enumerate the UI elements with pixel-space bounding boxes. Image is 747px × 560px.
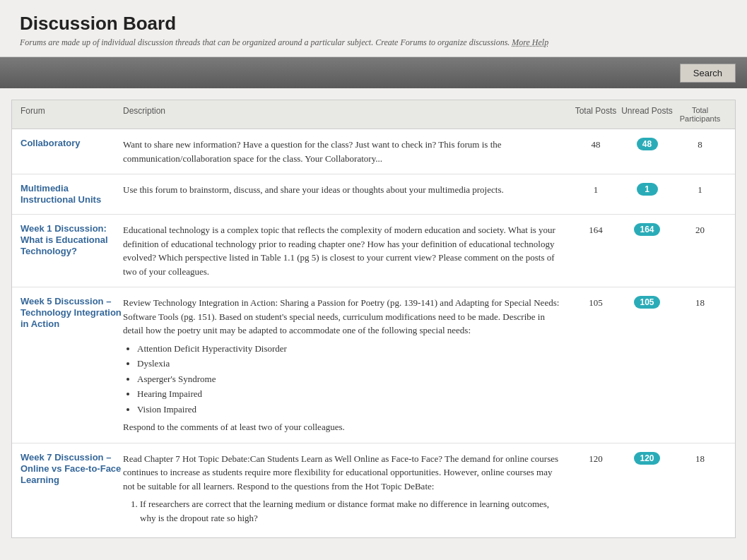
table-row: Multimedia Instructional Units Use this …: [12, 174, 735, 215]
participants-collaboratory: 8: [674, 138, 727, 150]
unread-badge-multimedia: 1: [637, 183, 658, 196]
forum-desc-week7-intro: Read Chapter 7 Hot Topic Debate:Can Stud…: [123, 453, 558, 492]
forum-desc-multimedia: Use this forum to brainstorm, discuss, a…: [123, 183, 571, 197]
list-item: Attention Deficit Hyperactivity Disorder: [137, 342, 565, 356]
unread-posts-week1: 164: [620, 223, 674, 236]
col-header-description: Description: [123, 106, 571, 123]
toolbar: Search: [0, 57, 747, 88]
participants-multimedia: 1: [674, 183, 727, 196]
page-title: Discussion Board: [20, 13, 727, 35]
forum-name-week7[interactable]: Week 7 Discussion – Online vs Face-to-Fa…: [20, 452, 121, 485]
unread-posts-collaboratory: 48: [620, 138, 674, 150]
participants-week7: 18: [674, 452, 727, 465]
page-header: Discussion Board Forums are made up of i…: [0, 0, 747, 57]
table-row: Collaboratory Want to share new informat…: [12, 129, 735, 174]
list-item: Hearing Impaired: [137, 387, 565, 401]
forum-desc-week5-list: Attention Deficit Hyperactivity Disorder…: [137, 342, 565, 417]
unread-posts-week7: 120: [620, 452, 674, 465]
total-posts-multimedia: 1: [571, 183, 620, 196]
list-item: Vision Impaired: [137, 403, 565, 417]
total-posts-collaboratory: 48: [571, 138, 620, 150]
forum-name-week5[interactable]: Week 5 Discussion – Technology Integrati…: [20, 296, 122, 329]
forum-name-collaboratory[interactable]: Collaboratory: [20, 138, 81, 148]
table-row: Week 7 Discussion – Online vs Face-to-Fa…: [12, 443, 735, 538]
unread-posts-multimedia: 1: [620, 183, 674, 196]
total-posts-week7: 120: [571, 452, 620, 465]
forum-desc-week5: Review Technology Integration in Action:…: [123, 296, 571, 434]
participants-week1: 20: [674, 223, 727, 236]
list-item: Dyslexia: [137, 357, 565, 371]
col-header-total-posts: Total Posts: [571, 106, 620, 123]
forum-name-multimedia[interactable]: Multimedia Instructional Units: [20, 183, 101, 205]
table-row: Week 5 Discussion – Technology Integrati…: [12, 287, 735, 443]
forum-desc-week5-outro: Respond to the comments of at least two …: [123, 422, 345, 432]
forum-desc-week5-intro: Review Technology Integration in Action:…: [123, 297, 559, 335]
forum-name-week1[interactable]: Week 1 Discussion: What is Educational T…: [20, 223, 108, 256]
total-posts-week1: 164: [571, 223, 620, 236]
col-header-forum: Forum: [20, 106, 123, 123]
page-subtitle: Forums are made up of individual discuss…: [20, 37, 727, 48]
col-header-unread-posts: Unread Posts: [620, 106, 674, 123]
list-item: If researchers are correct that the lear…: [140, 497, 565, 525]
unread-badge-week7: 120: [634, 452, 659, 465]
forum-desc-collaboratory: Want to share new information? Have a qu…: [123, 138, 571, 165]
unread-badge-collaboratory: 48: [637, 138, 658, 150]
more-help-link[interactable]: More Help: [512, 37, 548, 47]
search-button[interactable]: Search: [680, 64, 736, 83]
list-item: Asperger's Syndrome: [137, 372, 565, 386]
table-row: Week 1 Discussion: What is Educational T…: [12, 215, 735, 287]
unread-badge-week1: 164: [634, 223, 659, 236]
content-area: Forum Description Total Posts Unread Pos…: [11, 100, 736, 538]
forum-desc-week7: Read Chapter 7 Hot Topic Debate:Can Stud…: [123, 452, 571, 530]
forum-desc-week1: Educational technology is a complex topi…: [123, 223, 571, 278]
forum-desc-week7-list: If researchers are correct that the lear…: [140, 497, 565, 525]
table-header: Forum Description Total Posts Unread Pos…: [12, 100, 735, 129]
total-posts-week5: 105: [571, 296, 620, 309]
page-wrapper: Discussion Board Forums are made up of i…: [0, 0, 747, 560]
col-header-total-participants: Total Participants: [674, 106, 727, 123]
unread-badge-week5: 105: [634, 296, 659, 309]
unread-posts-week5: 105: [620, 296, 674, 309]
participants-week5: 18: [674, 296, 727, 309]
